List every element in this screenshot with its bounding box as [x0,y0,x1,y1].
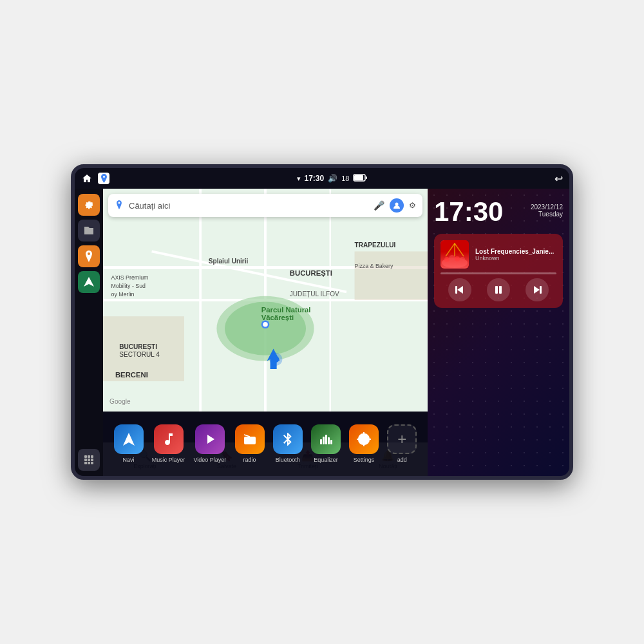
music-progress-bar[interactable] [440,272,556,274]
svg-text:AXIS Premium: AXIS Premium [111,275,149,281]
device-frame: ▾ 17:30 🔊 18 ↩ [71,164,573,480]
app-equalizer[interactable]: Equalizer [311,424,341,463]
radio-label: radio [243,457,256,463]
settings-icon-img [349,424,379,454]
svg-rect-65 [540,286,542,294]
svg-text:Splaiul Unirii: Splaiul Unirii [209,258,249,265]
music-thumb-overlay [440,252,469,269]
left-sidebar [75,189,103,476]
sidebar-maps-btn[interactable] [78,245,100,267]
sidebar-navigation-btn[interactable] [78,271,100,293]
svg-rect-7 [88,459,90,461]
eq-icon-img [311,424,341,454]
svg-text:Mobility - Sud: Mobility - Sud [111,283,146,289]
status-bar: ▾ 17:30 🔊 18 ↩ [75,168,569,189]
app-radio[interactable]: radio [235,424,265,463]
video-player-label: Video Player [193,457,226,463]
app-settings[interactable]: Settings [349,424,379,463]
svg-point-40 [272,356,279,363]
sidebar-files-btn[interactable] [78,220,100,242]
svg-rect-48 [323,437,325,444]
music-artist: Unknown [475,255,556,261]
status-center: ▾ 17:30 🔊 18 [297,174,368,183]
bt-icon-img [273,424,303,454]
svg-text:SECTORUL 4: SECTORUL 4 [119,351,160,358]
home-status-icon[interactable] [81,173,93,184]
svg-rect-63 [495,286,498,294]
svg-text:BUCUREȘTI: BUCUREȘTI [290,269,332,277]
svg-point-45 [252,438,254,440]
map-area[interactable]: Splaiul Unirii Parcul Natural Văcărești … [103,189,428,476]
svg-rect-51 [330,440,332,444]
volume-icon: 🔊 [328,174,337,183]
music-controls [440,278,556,301]
navi-icon-img [114,424,144,454]
svg-text:Parcul Natural: Parcul Natural [261,306,311,314]
wifi-icon: ▾ [297,175,301,183]
maps-logo [115,200,124,211]
svg-rect-64 [499,286,502,294]
svg-text:BUCUREȘTI: BUCUREȘTI [119,343,157,350]
music-title: Lost Frequencies_Janie... [475,248,556,255]
battery-icon [353,174,367,183]
svg-text:Pizza & Bakery: Pizza & Bakery [355,263,393,269]
add-label: add [397,457,407,463]
mic-icon[interactable]: 🎤 [374,200,384,211]
svg-point-37 [263,322,268,327]
navi-label: Navi [123,457,135,463]
music-next-btn[interactable] [526,278,549,301]
svg-text:JUDEȚUL ILFOV: JUDEȚUL ILFOV [290,290,339,298]
app-add[interactable]: + add [387,424,417,463]
map-content: Splaiul Unirii Parcul Natural Văcărești … [103,189,428,412]
clock-date: 2023/12/12 Tuesday [531,198,563,218]
svg-rect-49 [325,435,327,444]
svg-rect-9 [84,462,87,464]
radio-icon-img [235,424,265,454]
stars-bg [428,189,569,476]
equalizer-label: Equalizer [314,457,338,463]
svg-text:BERCENI: BERCENI [115,371,148,379]
clock-time: 17:30 [434,198,503,225]
right-panel: 17:30 2023/12/12 Tuesday [428,189,569,476]
svg-line-46 [244,435,250,437]
status-time: 17:30 [305,174,325,183]
sidebar-settings-btn[interactable] [78,194,100,216]
day-text: Tuesday [538,211,563,218]
music-thumbnail [440,240,469,269]
svg-rect-10 [88,462,90,464]
svg-rect-61 [455,286,457,294]
music-info: Lost Frequencies_Janie... Unknown [440,240,556,269]
main-content: Splaiul Unirii Parcul Natural Văcărești … [75,189,569,476]
maps-status-icon[interactable] [98,173,109,184]
add-icon-img: + [387,424,417,454]
svg-rect-6 [84,459,87,461]
music-icon-img [154,424,184,454]
svg-text:Google: Google [109,398,131,405]
settings-map-icon[interactable]: ⚙ [409,201,416,210]
svg-rect-50 [328,437,330,444]
svg-rect-22 [355,251,428,300]
map-search-bar[interactable]: Căutați aici 🎤 ⚙ [108,194,422,217]
app-drawer: Navi Music Player [103,412,428,476]
app-music-player[interactable]: Music Player [152,424,185,463]
music-player-label: Music Player [152,457,185,463]
svg-rect-2 [366,176,367,179]
battery-num: 18 [341,175,349,182]
svg-text:TRAPEZULUI: TRAPEZULUI [355,242,396,249]
svg-text:oy Merlin: oy Merlin [111,291,135,298]
status-left [81,173,109,184]
app-video-player[interactable]: Video Player [193,424,226,463]
svg-marker-66 [534,286,540,294]
svg-rect-4 [88,455,90,458]
map-container: Splaiul Unirii Parcul Natural Văcărești … [103,189,428,412]
app-navi[interactable]: Navi [114,424,144,463]
date-text: 2023/12/12 [531,204,563,211]
music-pause-btn[interactable] [487,278,510,301]
app-bluetooth[interactable]: Bluetooth [273,424,303,463]
back-icon[interactable]: ↩ [554,173,563,185]
map-search-input[interactable]: Căutați aici [129,201,368,211]
svg-rect-8 [91,459,93,461]
music-prev-btn[interactable] [448,278,471,301]
sidebar-apps-btn[interactable] [78,449,100,471]
user-avatar[interactable] [390,198,404,213]
